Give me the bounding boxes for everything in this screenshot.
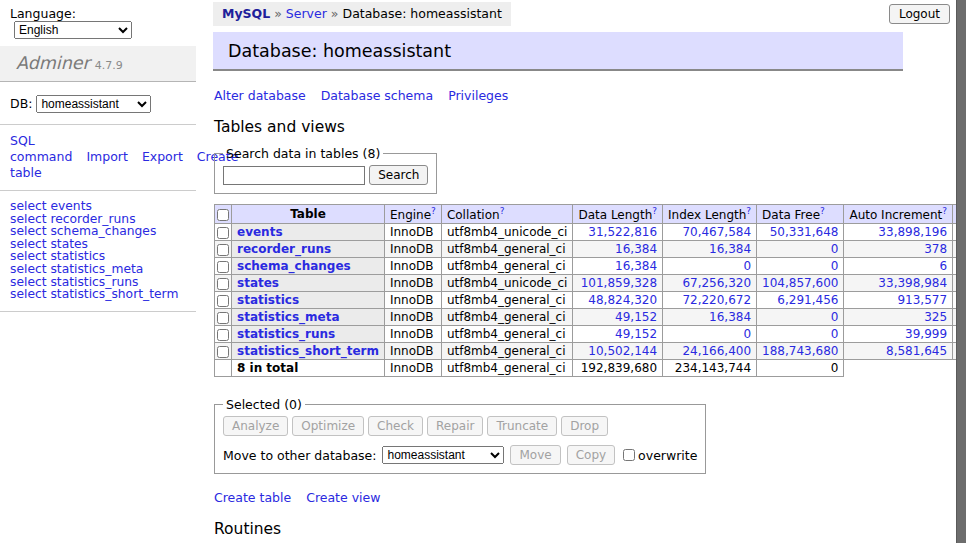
collation-cell: utf8mb4_unicode_ci (441, 275, 573, 292)
analyze-button[interactable]: Analyze (223, 416, 288, 436)
table-link-statistics-meta[interactable]: statistics_meta (237, 310, 340, 324)
data-free-cell: 0 (757, 309, 844, 326)
index-length-cell: 16,384 (663, 241, 757, 258)
total-data-free-cell: 0 (757, 360, 844, 377)
data-free-link[interactable]: 188,743,680 (762, 344, 838, 358)
index-length-link[interactable]: 0 (743, 327, 751, 341)
db-action-link-database-schema[interactable]: Database schema (321, 88, 433, 103)
hint-icon[interactable]: ? (746, 206, 751, 216)
index-length-link[interactable]: 70,467,584 (682, 225, 751, 239)
auto-increment-link[interactable]: 33,398,984 (878, 276, 947, 290)
data-free-link[interactable]: 50,331,648 (770, 225, 839, 239)
table-name-cell: statistics_short_term (232, 343, 385, 360)
sidebar-table-link-select-schema-changes[interactable]: select schema_changes (10, 225, 186, 238)
collation-cell: utf8mb4_general_ci (441, 241, 573, 258)
collation-cell: utf8mb4_general_ci (441, 343, 573, 360)
data-free-link[interactable]: 0 (831, 242, 839, 256)
data-free-link[interactable]: 0 (831, 259, 839, 273)
db-select[interactable]: homeassistant (36, 95, 151, 113)
table-link-states[interactable]: states (237, 276, 279, 290)
table-link-statistics-runs[interactable]: statistics_runs (237, 327, 335, 341)
row-checkbox-cell (215, 292, 232, 309)
data-length-link[interactable]: 101,859,328 (581, 276, 657, 290)
db-action-link-alter-database[interactable]: Alter database (214, 88, 306, 103)
language-select[interactable]: English (14, 21, 132, 39)
hint-icon[interactable]: ? (500, 206, 505, 216)
data-length-link[interactable]: 48,824,320 (588, 293, 657, 307)
table-link-statistics-short-term[interactable]: statistics_short_term (237, 344, 379, 358)
row-checkbox[interactable] (217, 295, 229, 307)
table-link-events[interactable]: events (237, 225, 283, 239)
data-length-link[interactable]: 16,384 (615, 259, 657, 273)
index-length-link[interactable]: 72,220,672 (682, 293, 751, 307)
index-length-link[interactable]: 16,384 (709, 310, 751, 324)
optimize-button[interactable]: Optimize (292, 416, 364, 436)
db-action-link-privileges[interactable]: Privileges (448, 88, 508, 103)
auto-increment-link[interactable]: 33,898,196 (878, 225, 947, 239)
row-checkbox[interactable] (217, 278, 229, 290)
row-checkbox[interactable] (217, 261, 229, 273)
data-length-link[interactable]: 31,522,816 (588, 225, 657, 239)
data-free-link[interactable]: 104,857,600 (762, 276, 838, 290)
column-header-collation: Collation? (441, 205, 573, 224)
data-free-link[interactable]: 0 (831, 327, 839, 341)
create-link-create-table[interactable]: Create table (214, 490, 291, 505)
vertical-scrollbar[interactable] (956, 0, 966, 543)
index-length-link[interactable]: 16,384 (709, 242, 751, 256)
auto-increment-link[interactable]: 325 (924, 310, 947, 324)
copy-button[interactable]: Copy (567, 445, 615, 465)
auto-increment-link[interactable]: 8,581,645 (886, 344, 947, 358)
truncate-button[interactable]: Truncate (487, 416, 557, 436)
drop-button[interactable]: Drop (561, 416, 608, 436)
table-link-statistics[interactable]: statistics (237, 293, 299, 307)
sidebar-link-import[interactable]: Import (86, 149, 128, 164)
hint-icon[interactable]: ? (652, 206, 657, 216)
row-checkbox[interactable] (217, 227, 229, 239)
table-name-cell: recorder_runs (232, 241, 385, 258)
sidebar-link-sql-command[interactable]: SQL command (10, 133, 72, 164)
move-button[interactable]: Move (510, 445, 560, 465)
data-length-link[interactable]: 16,384 (615, 242, 657, 256)
table-link-schema-changes[interactable]: schema_changes (237, 259, 351, 273)
row-checkbox[interactable] (217, 312, 229, 324)
index-length-link[interactable]: 24,166,400 (682, 344, 751, 358)
check-button[interactable]: Check (368, 416, 423, 436)
overwrite-checkbox[interactable] (623, 449, 635, 461)
data-length-link[interactable]: 10,502,144 (588, 344, 657, 358)
sidebar-link-export[interactable]: Export (142, 149, 183, 164)
auto-increment-link[interactable]: 6 (939, 259, 947, 273)
data-length-link[interactable]: 49,152 (615, 310, 657, 324)
table-link-recorder-runs[interactable]: recorder_runs (237, 242, 331, 256)
sidebar-table-link-select-statistics-meta[interactable]: select statistics_meta (10, 263, 186, 276)
logout-button[interactable]: Logout (889, 4, 950, 24)
index-length-link[interactable]: 67,256,320 (682, 276, 751, 290)
row-checkbox[interactable] (217, 346, 229, 358)
select-all-checkbox[interactable] (217, 209, 229, 221)
sidebar-table-list: select eventsselect recorder_runsselect … (0, 191, 196, 312)
auto-increment-link[interactable]: 378 (924, 242, 947, 256)
data-free-link[interactable]: 0 (831, 310, 839, 324)
data-free-link[interactable]: 6,291,456 (777, 293, 838, 307)
data-length-link[interactable]: 49,152 (615, 327, 657, 341)
hint-icon[interactable]: ? (431, 206, 436, 216)
move-database-select[interactable]: homeassistant (382, 446, 504, 464)
sidebar-table-link-select-statistics-short-term[interactable]: select statistics_short_term (10, 288, 186, 301)
selected-legend: Selected (0) (223, 397, 305, 412)
hint-icon[interactable]: ? (820, 206, 825, 216)
auto-increment-link[interactable]: 913,577 (897, 293, 947, 307)
index-length-link[interactable]: 0 (743, 259, 751, 273)
create-link-create-view[interactable]: Create view (306, 490, 380, 505)
breadcrumb-mysql-link[interactable]: MySQL (222, 6, 270, 21)
row-checkbox[interactable] (217, 244, 229, 256)
hint-icon[interactable]: ? (942, 206, 947, 216)
data-free-cell: 0 (757, 258, 844, 275)
index-length-cell: 70,467,584 (663, 224, 757, 241)
search-button[interactable]: Search (369, 165, 428, 185)
repair-button[interactable]: Repair (427, 416, 483, 436)
auto-increment-link[interactable]: 39,999 (905, 327, 947, 341)
sidebar-table-link-select-events[interactable]: select events (10, 200, 186, 213)
search-fieldset: Search data in tables (8) Search (214, 146, 437, 194)
breadcrumb-server-link[interactable]: Server (286, 6, 327, 21)
row-checkbox[interactable] (217, 329, 229, 341)
search-input[interactable] (223, 166, 365, 185)
